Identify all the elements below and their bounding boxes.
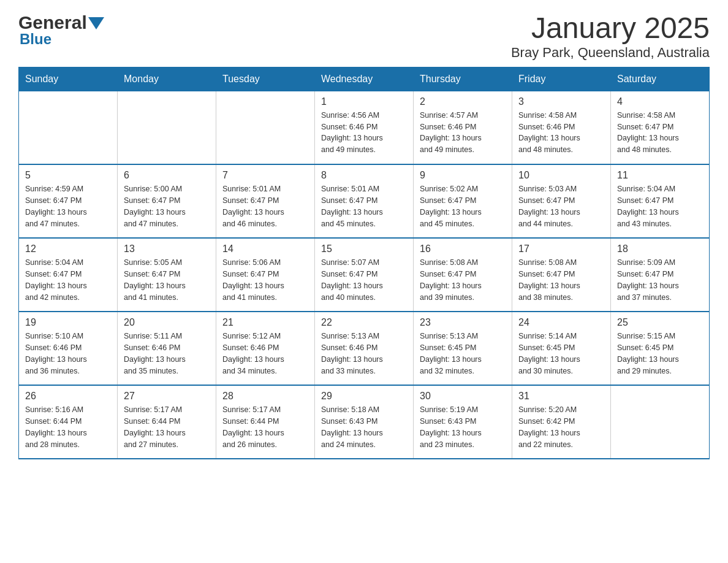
calendar-week-row-5: 26Sunrise: 5:16 AM Sunset: 6:44 PM Dayli…: [19, 385, 710, 459]
day-number: 18: [617, 243, 703, 255]
day-info: Sunrise: 5:03 AM Sunset: 6:47 PM Dayligh…: [518, 183, 604, 229]
logo-blue: Blue: [20, 31, 51, 48]
logo-triangle-icon: [88, 17, 104, 29]
day-info: Sunrise: 5:16 AM Sunset: 6:44 PM Dayligh…: [25, 404, 111, 450]
day-number: 11: [617, 170, 703, 181]
day-info: Sunrise: 5:15 AM Sunset: 6:45 PM Dayligh…: [617, 331, 703, 377]
col-wednesday: Wednesday: [315, 67, 414, 91]
day-info: Sunrise: 5:08 AM Sunset: 6:47 PM Dayligh…: [518, 257, 604, 303]
day-number: 28: [222, 391, 308, 402]
calendar-cell: [19, 91, 118, 164]
page-header: General Blue January 2025 Bray Park, Que…: [18, 12, 710, 61]
col-friday: Friday: [512, 67, 611, 91]
calendar-cell: 26Sunrise: 5:16 AM Sunset: 6:44 PM Dayli…: [19, 385, 118, 459]
day-number: 12: [25, 243, 111, 255]
calendar-cell: 6Sunrise: 5:00 AM Sunset: 6:47 PM Daylig…: [118, 164, 216, 238]
calendar-cell: 12Sunrise: 5:04 AM Sunset: 6:47 PM Dayli…: [19, 238, 118, 312]
day-info: Sunrise: 5:12 AM Sunset: 6:46 PM Dayligh…: [222, 331, 308, 377]
calendar-cell: 16Sunrise: 5:08 AM Sunset: 6:47 PM Dayli…: [414, 238, 512, 312]
calendar-cell: 9Sunrise: 5:02 AM Sunset: 6:47 PM Daylig…: [414, 164, 512, 238]
day-info: Sunrise: 5:08 AM Sunset: 6:47 PM Dayligh…: [420, 257, 506, 303]
day-number: 19: [25, 317, 111, 328]
day-info: Sunrise: 5:05 AM Sunset: 6:47 PM Dayligh…: [124, 257, 210, 303]
day-info: Sunrise: 5:19 AM Sunset: 6:43 PM Dayligh…: [420, 404, 506, 450]
day-info: Sunrise: 5:00 AM Sunset: 6:47 PM Dayligh…: [124, 183, 210, 229]
calendar-header-row: Sunday Monday Tuesday Wednesday Thursday…: [19, 67, 710, 91]
day-number: 16: [420, 243, 506, 255]
page-subtitle: Bray Park, Queensland, Australia: [511, 45, 710, 61]
calendar-cell: 19Sunrise: 5:10 AM Sunset: 6:46 PM Dayli…: [19, 312, 118, 385]
logo-general: General: [18, 12, 87, 33]
calendar-cell: 7Sunrise: 5:01 AM Sunset: 6:47 PM Daylig…: [216, 164, 315, 238]
day-info: Sunrise: 5:11 AM Sunset: 6:46 PM Dayligh…: [124, 331, 210, 377]
calendar-cell: 23Sunrise: 5:13 AM Sunset: 6:45 PM Dayli…: [414, 312, 512, 385]
calendar-week-row-4: 19Sunrise: 5:10 AM Sunset: 6:46 PM Dayli…: [19, 312, 710, 385]
day-info: Sunrise: 5:18 AM Sunset: 6:43 PM Dayligh…: [321, 404, 407, 450]
calendar-cell: 3Sunrise: 4:58 AM Sunset: 6:46 PM Daylig…: [512, 91, 611, 164]
day-number: 29: [321, 391, 407, 402]
day-number: 25: [617, 317, 703, 328]
day-info: Sunrise: 4:59 AM Sunset: 6:47 PM Dayligh…: [25, 183, 111, 229]
day-number: 4: [617, 96, 703, 107]
day-number: 31: [518, 391, 604, 402]
day-number: 30: [420, 391, 506, 402]
day-info: Sunrise: 5:13 AM Sunset: 6:45 PM Dayligh…: [420, 331, 506, 377]
day-number: 7: [222, 170, 308, 181]
day-info: Sunrise: 5:17 AM Sunset: 6:44 PM Dayligh…: [222, 404, 308, 450]
page-title: January 2025: [511, 12, 710, 45]
calendar-cell: 5Sunrise: 4:59 AM Sunset: 6:47 PM Daylig…: [19, 164, 118, 238]
day-info: Sunrise: 4:56 AM Sunset: 6:46 PM Dayligh…: [321, 110, 407, 156]
day-number: 1: [321, 96, 407, 107]
day-number: 5: [25, 170, 111, 181]
calendar-cell: [118, 91, 216, 164]
day-number: 27: [124, 391, 210, 402]
calendar-cell: 31Sunrise: 5:20 AM Sunset: 6:42 PM Dayli…: [512, 385, 611, 459]
day-number: 15: [321, 243, 407, 255]
day-number: 6: [124, 170, 210, 181]
day-info: Sunrise: 5:10 AM Sunset: 6:46 PM Dayligh…: [25, 331, 111, 377]
calendar-cell: 2Sunrise: 4:57 AM Sunset: 6:46 PM Daylig…: [414, 91, 512, 164]
calendar-cell: 13Sunrise: 5:05 AM Sunset: 6:47 PM Dayli…: [118, 238, 216, 312]
calendar-cell: 15Sunrise: 5:07 AM Sunset: 6:47 PM Dayli…: [315, 238, 414, 312]
calendar-cell: 27Sunrise: 5:17 AM Sunset: 6:44 PM Dayli…: [118, 385, 216, 459]
day-info: Sunrise: 5:02 AM Sunset: 6:47 PM Dayligh…: [420, 183, 506, 229]
day-number: 26: [25, 391, 111, 402]
day-number: 14: [222, 243, 308, 255]
day-info: Sunrise: 5:01 AM Sunset: 6:47 PM Dayligh…: [222, 183, 308, 229]
day-info: Sunrise: 5:09 AM Sunset: 6:47 PM Dayligh…: [617, 257, 703, 303]
day-info: Sunrise: 5:13 AM Sunset: 6:46 PM Dayligh…: [321, 331, 407, 377]
day-info: Sunrise: 5:17 AM Sunset: 6:44 PM Dayligh…: [124, 404, 210, 450]
calendar-cell: 25Sunrise: 5:15 AM Sunset: 6:45 PM Dayli…: [611, 312, 710, 385]
calendar-cell: 14Sunrise: 5:06 AM Sunset: 6:47 PM Dayli…: [216, 238, 315, 312]
calendar-cell: 29Sunrise: 5:18 AM Sunset: 6:43 PM Dayli…: [315, 385, 414, 459]
day-info: Sunrise: 4:58 AM Sunset: 6:47 PM Dayligh…: [617, 110, 703, 156]
day-number: 23: [420, 317, 506, 328]
day-info: Sunrise: 4:57 AM Sunset: 6:46 PM Dayligh…: [420, 110, 506, 156]
svg-marker-0: [88, 17, 104, 29]
day-number: 21: [222, 317, 308, 328]
day-info: Sunrise: 5:07 AM Sunset: 6:47 PM Dayligh…: [321, 257, 407, 303]
calendar-cell: 17Sunrise: 5:08 AM Sunset: 6:47 PM Dayli…: [512, 238, 611, 312]
calendar-cell: 28Sunrise: 5:17 AM Sunset: 6:44 PM Dayli…: [216, 385, 315, 459]
calendar-cell: 21Sunrise: 5:12 AM Sunset: 6:46 PM Dayli…: [216, 312, 315, 385]
calendar-week-row-3: 12Sunrise: 5:04 AM Sunset: 6:47 PM Dayli…: [19, 238, 710, 312]
calendar-cell: 22Sunrise: 5:13 AM Sunset: 6:46 PM Dayli…: [315, 312, 414, 385]
day-number: 10: [518, 170, 604, 181]
day-number: 24: [518, 317, 604, 328]
day-number: 8: [321, 170, 407, 181]
day-number: 3: [518, 96, 604, 107]
calendar-week-row-1: 1Sunrise: 4:56 AM Sunset: 6:46 PM Daylig…: [19, 91, 710, 164]
calendar-cell: 1Sunrise: 4:56 AM Sunset: 6:46 PM Daylig…: [315, 91, 414, 164]
day-info: Sunrise: 5:04 AM Sunset: 6:47 PM Dayligh…: [617, 183, 703, 229]
day-info: Sunrise: 5:20 AM Sunset: 6:42 PM Dayligh…: [518, 404, 604, 450]
calendar-cell: 30Sunrise: 5:19 AM Sunset: 6:43 PM Dayli…: [414, 385, 512, 459]
calendar-cell: 8Sunrise: 5:01 AM Sunset: 6:47 PM Daylig…: [315, 164, 414, 238]
col-saturday: Saturday: [611, 67, 710, 91]
day-info: Sunrise: 5:14 AM Sunset: 6:45 PM Dayligh…: [518, 331, 604, 377]
calendar-week-row-2: 5Sunrise: 4:59 AM Sunset: 6:47 PM Daylig…: [19, 164, 710, 238]
day-info: Sunrise: 5:04 AM Sunset: 6:47 PM Dayligh…: [25, 257, 111, 303]
col-tuesday: Tuesday: [216, 67, 315, 91]
day-info: Sunrise: 5:01 AM Sunset: 6:47 PM Dayligh…: [321, 183, 407, 229]
day-number: 9: [420, 170, 506, 181]
calendar-table: Sunday Monday Tuesday Wednesday Thursday…: [18, 67, 710, 460]
